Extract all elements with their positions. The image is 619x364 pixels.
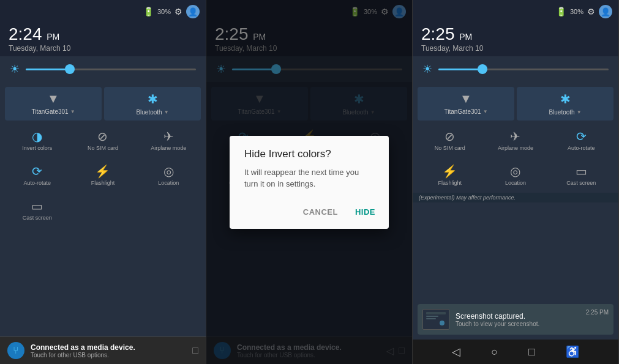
top-tiles-3: ▼ TitanGate301 ▼ ✱ Bluetooth ▼ — [413, 84, 618, 123]
cast-tile-1[interactable]: ▭ Cast screen — [5, 195, 69, 225]
time-3: 2:25 — [421, 24, 455, 43]
icon-grid-1: ◑ Invert colors ⊘ No SIM card ✈ Airplane… — [0, 123, 206, 158]
bt-label-3: Bluetooth ▼ — [549, 109, 581, 116]
time-area-1: 2:24 PM Tuesday, March 10 — [0, 23, 206, 56]
autorotate-label-3: Auto-rotate — [568, 145, 595, 152]
screenshot-thumbnail-3 — [422, 309, 449, 330]
flashlight-icon-3: ⚡ — [442, 165, 457, 177]
wifi-tile-1[interactable]: ▼ TitanGate301 ▼ — [5, 87, 102, 121]
bt-tile-3[interactable]: ✱ Bluetooth ▼ — [517, 87, 613, 121]
time-display-3: 2:25 PM — [421, 26, 610, 43]
screenshot-toast-3[interactable]: Screenshot captured. Touch to view your … — [418, 304, 613, 335]
nosim-tile-3[interactable]: ⊘ No SIM card — [418, 125, 482, 155]
brightness-icon-3: ☀ — [422, 62, 432, 76]
autorotate-tile-3[interactable]: ⟳ Auto-rotate — [549, 125, 613, 155]
notif-bar-1[interactable]: ⑂ Connected as a media device. Touch for… — [0, 336, 206, 364]
panel-3: 🔋 30% ⚙ 👤 2:25 PM Tuesday, March 10 ☀ ▼ … — [413, 0, 619, 364]
nosim-icon-3: ⊘ — [445, 130, 455, 143]
location-tile-3[interactable]: ◎ Location — [483, 160, 547, 190]
bt-icon-1: ✱ — [148, 92, 158, 106]
location-tile-1[interactable]: ◎ Location — [137, 160, 201, 190]
flashlight-icon-1: ⚡ — [95, 165, 110, 177]
svg-point-4 — [440, 321, 445, 325]
screenshot-preview-svg — [425, 311, 447, 328]
nosim-label-1: No SIM card — [88, 145, 118, 152]
brightness-slider-1[interactable] — [26, 69, 196, 70]
nosim-label-3: No SIM card — [435, 145, 465, 152]
flashlight-label-1: Flashlight — [91, 180, 115, 187]
autorotate-icon-3: ⟳ — [576, 130, 587, 143]
cast-label-3: Cast screen — [566, 180, 596, 187]
brightness-thumb-1[interactable] — [65, 64, 75, 74]
ampm-3: PM — [459, 32, 472, 42]
quick-settings-1: ▼ TitanGate301 ▼ ✱ Bluetooth ▼ ◑ Invert … — [0, 82, 206, 364]
notif-title-1: Connected as a media device. — [31, 343, 135, 352]
screenshot-time-3: 2:25 PM — [586, 309, 609, 316]
wifi-label-1: TitanGate301 ▼ — [31, 108, 75, 115]
battery-icon-3: 🔋 — [556, 7, 566, 17]
airplane-tile-3[interactable]: ✈ Airplane mode — [483, 125, 547, 155]
cast-tile-3[interactable]: ▭ Cast screen — [549, 160, 613, 190]
nosim-tile-1[interactable]: ⊘ No SIM card — [70, 125, 135, 155]
icon-grid-3b: ⚡ Flashlight ◎ Location ▭ Cast screen — [413, 158, 618, 193]
top-tiles-1: ▼ TitanGate301 ▼ ✱ Bluetooth ▼ — [0, 84, 206, 123]
date-1: Tuesday, March 10 — [9, 44, 197, 53]
brightness-icon-1: ☀ — [10, 62, 20, 76]
wifi-icon-3: ▼ — [460, 92, 472, 106]
battery-text-1: 30% — [157, 8, 171, 15]
svg-rect-1 — [426, 312, 446, 314]
nav-bar-3: ◁ ○ □ ♿ — [413, 340, 618, 364]
flashlight-tile-1[interactable]: ⚡ Flashlight — [70, 160, 135, 190]
wifi-tile-3[interactable]: ▼ TitanGate301 ▼ — [418, 87, 514, 121]
flashlight-tile-3[interactable]: ⚡ Flashlight — [418, 160, 482, 190]
invert-label-1: Invert colors — [22, 145, 52, 152]
status-bar-3: 🔋 30% ⚙ 👤 — [413, 0, 618, 23]
cancel-button[interactable]: CANCEL — [297, 202, 344, 221]
screenshot-info-3: Screenshot captured. Touch to view your … — [456, 312, 580, 327]
panel-1: 🔋 30% ⚙ 👤 2:24 PM Tuesday, March 10 ☀ ▼ … — [0, 0, 206, 364]
time-display-1: 2:24 PM — [9, 26, 197, 43]
dialog-title: Hide Invert colors? — [230, 136, 389, 166]
brightness-thumb-3[interactable] — [478, 64, 487, 74]
screenshot-title-3: Screenshot captured. — [456, 312, 580, 321]
settings-icon-3[interactable]: ⚙ — [587, 7, 595, 17]
brightness-bar-3: ☀ — [413, 56, 618, 82]
hide-button[interactable]: HIDE — [349, 202, 381, 221]
autorotate-tile-1[interactable]: ⟳ Auto-rotate — [5, 160, 69, 190]
cast-icon-1: ▭ — [31, 200, 43, 212]
icon-grid-1c: ▭ Cast screen — [0, 193, 206, 228]
brightness-slider-3[interactable] — [438, 69, 609, 70]
screenshot-sub-3: Touch to view your screenshot. — [456, 321, 580, 327]
airplane-icon-3: ✈ — [510, 130, 520, 143]
wifi-icon-1: ▼ — [47, 92, 59, 106]
icon-grid-3a: ⊘ No SIM card ✈ Airplane mode ⟳ Auto-rot… — [413, 123, 618, 158]
notif-text-1: Connected as a media device. Touch for o… — [31, 343, 135, 358]
airplane-tile-1[interactable]: ✈ Airplane mode — [137, 125, 201, 155]
notif-sub-1: Touch for other USB options. — [31, 352, 135, 358]
invert-tile-1[interactable]: ◑ Invert colors — [5, 125, 69, 155]
recents-nav-icon-3[interactable]: □ — [528, 346, 535, 358]
date-3: Tuesday, March 10 — [421, 44, 610, 53]
accessibility-nav-icon-3[interactable]: ♿ — [566, 345, 579, 358]
avatar-3[interactable]: 👤 — [599, 5, 612, 18]
cast-label-1: Cast screen — [23, 215, 52, 221]
time-1: 2:24 — [9, 24, 42, 43]
home-nav-icon-3[interactable]: ○ — [491, 346, 498, 358]
airplane-icon-1: ✈ — [163, 130, 174, 143]
back-nav-icon-3[interactable]: ◁ — [452, 345, 460, 358]
autorotate-icon-1: ⟳ — [32, 165, 42, 177]
panel-2: 🔋 30% ⚙ 👤 2:25 PM Tuesday, March 10 ☀ ▼ … — [206, 0, 413, 364]
performance-notice-3: (Experimental) May affect performance. — [413, 193, 618, 202]
invert-icon-1: ◑ — [32, 130, 42, 143]
bt-tile-1[interactable]: ✱ Bluetooth ▼ — [104, 87, 201, 121]
nosim-icon-1: ⊘ — [97, 130, 108, 143]
location-label-3: Location — [505, 180, 526, 187]
avatar-1[interactable]: 👤 — [186, 5, 200, 18]
wifi-chevron-1: ▼ — [70, 109, 75, 114]
dialog-actions: CANCEL HIDE — [230, 200, 389, 229]
bt-chevron-1: ▼ — [164, 110, 169, 115]
time-area-3: 2:25 PM Tuesday, March 10 — [413, 23, 618, 56]
flashlight-label-3: Flashlight — [438, 180, 462, 187]
settings-icon-1[interactable]: ⚙ — [174, 7, 182, 17]
icon-grid-1b: ⟳ Auto-rotate ⚡ Flashlight ◎ Location — [0, 158, 206, 193]
